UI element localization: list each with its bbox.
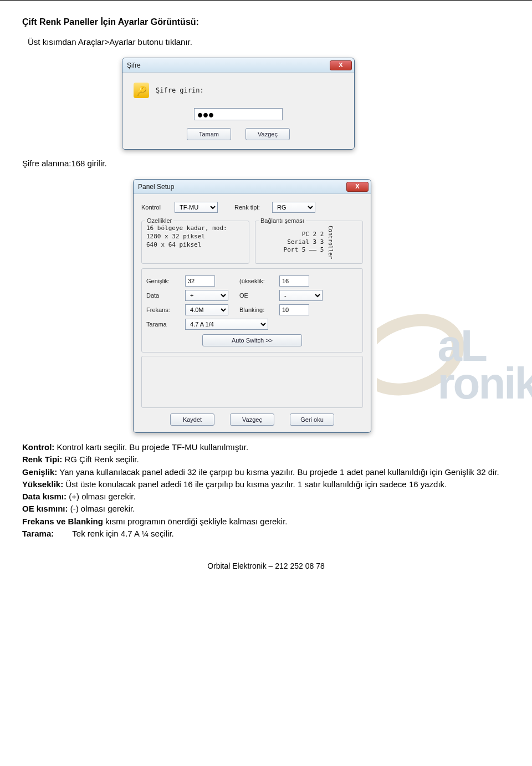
panel-empty-area bbox=[141, 356, 363, 408]
panel-top-row: Kontrol TF-MU Renk tipi: RG bbox=[141, 202, 363, 213]
explain-frekans: Frekans ve Blanking kısmı programın öner… bbox=[22, 516, 510, 527]
after-password-text: Şifre alanına:168 girilir. bbox=[22, 159, 510, 168]
panel-cancel-button[interactable]: Vazgeç bbox=[230, 413, 274, 426]
genislik-label: Genişlik: bbox=[146, 278, 181, 284]
oe-label: OE bbox=[239, 292, 275, 299]
tarama-select[interactable]: 4.7 A 1/4 bbox=[185, 319, 268, 330]
close-button[interactable]: X bbox=[330, 60, 352, 70]
intro-text: Üst kısımdan Araçlar>Ayarlar butonu tıkl… bbox=[28, 37, 510, 47]
panel-titlebar: Panel Setup X bbox=[134, 180, 371, 194]
password-titlebar: Şifre X bbox=[122, 58, 354, 73]
panel-dialog-body: Kontrol TF-MU Renk tipi: RG Özellikler 1… bbox=[134, 194, 371, 432]
frekans-select[interactable]: 4.0M bbox=[185, 304, 228, 315]
baglanti-fieldset: Bağlantı şeması PC 2 2 Serial 3 3 Port 5… bbox=[255, 221, 363, 264]
baglanti-title: Bağlantı şeması bbox=[259, 217, 306, 224]
ozellikler-body: 16 bölgeye kadar, mod: 1280 x 32 piksel … bbox=[146, 224, 244, 249]
data-label: Data bbox=[146, 292, 181, 299]
auto-switch-row: Auto Switch >> bbox=[143, 332, 361, 350]
password-dialog-title: Şifre bbox=[127, 62, 141, 69]
oe-select[interactable]: - bbox=[279, 290, 323, 301]
key-icon: 🔑 bbox=[134, 83, 149, 98]
frekans-label: Frekans: bbox=[146, 307, 181, 313]
explain-kontrol: Kontrol: Kontrol kartı seçilir. Bu proje… bbox=[22, 442, 510, 453]
genislik-input[interactable] bbox=[185, 275, 215, 287]
panel-bottom-buttons: Kaydet Vazgeç Geri oku bbox=[141, 413, 363, 426]
password-dialog: Şifre X 🔑 Şifre girin: Tamam Vazgeç bbox=[122, 58, 355, 150]
cancel-button[interactable]: Vazgeç bbox=[245, 128, 290, 140]
kontrol-label: Kontrol bbox=[141, 204, 170, 211]
document-page: Çift Renk Paneller İçin Ayarlar Görüntüs… bbox=[0, 0, 532, 587]
yukseklik-label: (ükseklik: bbox=[239, 278, 275, 284]
panel-close-button[interactable]: X bbox=[346, 182, 369, 192]
explain-data: Data kısmı: (+) olması gerekir. bbox=[22, 491, 510, 502]
explain-genislik: Genişlik: Yan yana kullanılacak panel ad… bbox=[22, 467, 510, 478]
renk-select[interactable]: RG bbox=[272, 202, 315, 213]
tarama-label: Tarama bbox=[146, 321, 181, 328]
panel-two-col: Özellikler 16 bölgeye kadar, mod: 1280 x… bbox=[141, 218, 363, 266]
password-input[interactable] bbox=[194, 108, 283, 120]
password-button-row: Tamam Vazgeç bbox=[130, 128, 346, 140]
explanation-block: Kontrol: Kontrol kartı seçilir. Bu proje… bbox=[22, 442, 510, 539]
page-heading: Çift Renk Paneller İçin Ayarlar Görüntüs… bbox=[22, 17, 510, 27]
explain-renk: Renk Tipi: RG Çift Renk seçilir. bbox=[22, 454, 510, 465]
blanking-input[interactable] bbox=[279, 304, 309, 315]
blanking-label: Blanking: bbox=[239, 307, 275, 313]
ok-button[interactable]: Tamam bbox=[187, 128, 231, 140]
renk-label: Renk tipi: bbox=[234, 204, 268, 211]
explain-oe: OE kısmını: (-) olması gerekir. bbox=[22, 503, 510, 514]
kontrol-select[interactable]: TF-MU bbox=[175, 202, 218, 213]
password-prompt-row: 🔑 Şifre girin: bbox=[134, 83, 346, 98]
yukseklik-input[interactable] bbox=[279, 275, 309, 287]
ozellikler-title: Özellikler bbox=[145, 217, 173, 224]
panel-dialog-title: Panel Setup bbox=[138, 183, 174, 191]
auto-switch-button[interactable]: Auto Switch >> bbox=[202, 334, 302, 346]
explain-yukseklik: Yükseklik: Üst üste konulacak panel aded… bbox=[22, 479, 510, 490]
page-footer: Orbital Elektronik – 212 252 08 78 bbox=[22, 561, 510, 576]
panel-setup-dialog: Panel Setup X Kontrol TF-MU Renk tipi: R… bbox=[133, 179, 371, 433]
password-dialog-body: 🔑 Şifre girin: Tamam Vazgeç bbox=[122, 73, 354, 149]
data-select[interactable]: + bbox=[185, 290, 228, 301]
password-prompt-label: Şifre girin: bbox=[156, 86, 204, 94]
read-button[interactable]: Geri oku bbox=[290, 413, 334, 426]
close-icon: X bbox=[355, 183, 359, 190]
params-fieldset: Genişlik: (ükseklik: Data + OE - Frekans… bbox=[141, 268, 363, 353]
ozellikler-fieldset: Özellikler 16 bölgeye kadar, mod: 1280 x… bbox=[141, 221, 249, 264]
connection-diagram: PC 2 2 Serial 3 3 Port 5 —— 5 Controller bbox=[260, 224, 358, 259]
save-button[interactable]: Kaydet bbox=[170, 413, 214, 426]
explain-tarama: Tarama: Tek renk için 4.7 A ¼ seçilir. bbox=[22, 528, 510, 539]
close-icon: X bbox=[339, 62, 342, 68]
params-grid: Genişlik: (ükseklik: Data + OE - Frekans… bbox=[143, 271, 361, 332]
